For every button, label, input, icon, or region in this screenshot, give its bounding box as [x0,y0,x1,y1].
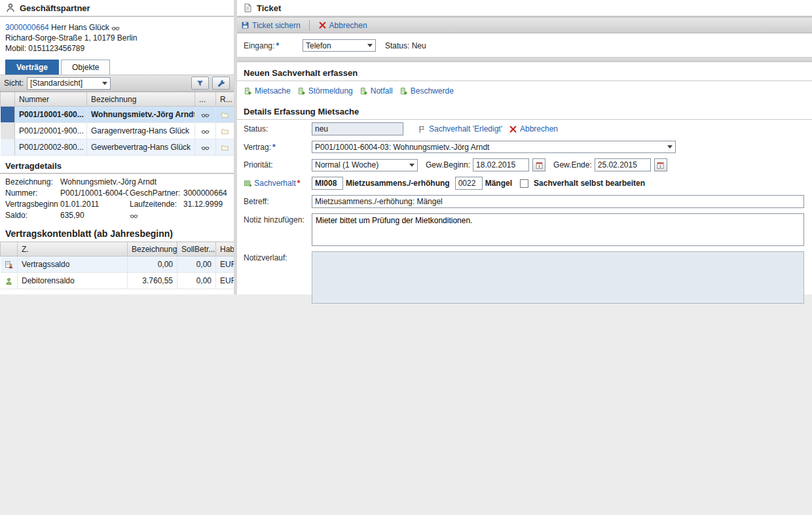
new-sachverhalt-label-2: Notfall [371,86,393,96]
partner-panel-header: Geschäftspartner [0,0,234,17]
folder-icon[interactable] [221,127,229,135]
sachverhalt-label: Sachverhalt* [244,179,309,188]
document-icon [242,3,253,13]
glasses-icon[interactable] [201,143,210,152]
vertrag-label: Vertrag:* [244,143,309,152]
gewbeginn-field[interactable] [473,158,529,171]
nummer-label: Nummer: [5,188,59,198]
status-field[interactable] [312,122,403,135]
glasses-icon[interactable] [201,127,210,135]
konten-column-header-3[interactable]: HabenB... [216,242,234,257]
vertrag-row: Vertrag:* P001/10001-6004-03: Wohnungsmi… [237,138,812,156]
contract-row[interactable]: P001/20001-900...Garagenvertrag-Hans Glü… [1,123,234,139]
gewende-calendar-button[interactable]: 1 [654,158,667,171]
calendar-icon: 1 [656,161,665,169]
vertrag-select[interactable]: P001/10001-6004-03: Wohnungsmietv.-Jörg … [312,141,676,153]
contracts-header-row: NummerBezeichnung...R... [1,92,234,107]
ticket-status-text: Status: Neu [385,41,426,50]
contracts-view-select[interactable]: [Standardsicht] [27,77,111,90]
save-icon [241,21,249,29]
glasses-icon[interactable] [111,24,120,32]
konten-haben: 0,00 [177,273,216,289]
notiz-row: Notiz hinzufügen: Mieter bittet um Prüfu… [237,211,812,249]
partner-address: Richard-Sorge-Straße 1, 10179 Berlin [5,33,229,43]
new-sachverhalt-link-3[interactable]: Beschwerde [399,86,454,96]
abbrechen-button[interactable]: Abbrechen [509,124,558,133]
eingang-value: Telefon [306,41,331,50]
row-selector[interactable] [1,123,15,139]
glasses-icon[interactable] [130,211,138,220]
tab-objekte[interactable]: Objekte [61,60,110,75]
folder-icon[interactable] [221,143,229,152]
sachverhalt-code2-text: Mängel [485,179,512,188]
new-sachverhalt-link-1[interactable]: Störmeldung [297,86,353,96]
notizverlauf-row: Notizverlauf: [237,249,812,306]
contracts-column-header-2[interactable]: ... [195,92,216,107]
nummer-value: P001/10001-6004-03 [60,188,128,198]
new-sachverhalt-link-0[interactable]: Mietsache [244,86,291,96]
selbst-bearbeiten-checkbox[interactable] [520,179,528,188]
konten-column-header-2[interactable]: SollBetr... [177,242,216,257]
sachverhalt-link[interactable]: Sachverhalt [254,179,295,188]
row-selector[interactable] [1,107,15,123]
sachverhalt-erledigt-button[interactable]: Sachverhalt 'Erledigt' [418,124,502,133]
konten-row: Debitorensaldo3.760,550,00EUR [1,273,234,289]
contract-folder-cell [216,139,234,156]
konten-soll: 0,00 [128,257,177,273]
new-sachverhalt-links: MietsacheStörmeldungNotfallBeschwerde [237,81,812,101]
gewbeginn-label: Gew.Beginn: [426,160,470,169]
partner-tabs: Verträge Objekte [0,58,234,75]
status-row: Status: Sachverhalt 'Erledigt' Abbrechen [237,120,812,138]
close-icon [318,21,327,29]
notiz-label: Notiz hinzufügen: [244,213,309,224]
contracts-column-header-3[interactable]: R... [216,92,234,107]
save-ticket-button[interactable]: Ticket sichern [241,21,301,30]
ticket-title: Ticket [257,3,281,13]
contract-folder-cell [216,107,234,123]
notizverlauf-field [312,251,804,304]
new-sachverhalt-link-2[interactable]: Notfall [360,86,393,96]
partner-id-link[interactable]: 3000000664 [5,23,49,32]
business-partner-panel: Geschäftspartner 3000000664 Herr Hans Gl… [0,0,234,294]
glasses-icon[interactable] [201,111,210,119]
gewbeginn-calendar-button[interactable]: 1 [532,158,545,171]
folder-icon[interactable] [221,111,229,119]
cancel-ticket-label: Abbrechen [329,21,367,30]
contract-bezeichnung: Garagenvertrag-Hans Glück [87,123,195,139]
betreff-field[interactable] [312,195,804,208]
toolbar-separator [309,20,310,31]
beginn-label: Vertragsbeginn: [5,200,59,209]
konten-row: Vertragssaldo0,000,00EUR [1,257,234,273]
new-sachverhalt-title: Neuen Sachverhalt erfassen [237,62,812,81]
konten-icon-cell [1,273,18,289]
close-icon [509,125,517,133]
konten-column-header-1[interactable]: Bezeichnung [128,242,177,257]
laufzeit-value: 31.12.9999 [183,200,229,209]
sachverhalt-code1-field[interactable] [312,177,343,190]
konten-soll: 3.760,55 [128,273,177,289]
notiz-field[interactable]: Mieter bittet um Prüfung der Mietkonditi… [312,213,804,246]
contract-row[interactable]: P001/20002-800...Gewerbevertrag-Hans Glü… [1,139,234,156]
contract-row[interactable]: P001/10001-600...Wohnungsmietv.-Jörg Arn… [1,107,234,123]
contract-details-title: Vertragdetails [0,156,234,174]
konten-column-header-0[interactable]: Z. [18,242,128,257]
contracts-column-header-1[interactable]: Bezeichnung [87,92,195,107]
cancel-ticket-button[interactable]: Abbrechen [318,21,367,30]
konten-icon-cell [1,257,18,273]
contracts-column-header-0[interactable]: Nummer [15,92,87,107]
sachverhalt-code2-field[interactable] [455,177,483,190]
gewende-field[interactable] [595,158,651,171]
konten-table: Z.BezeichnungSollBetr...HabenB...W. Vert… [0,241,234,289]
konten-bezeichnung: Debitorensaldo [18,273,128,289]
ticket-panel: Ticket Ticket sichern Abbrechen Eingang:… [237,0,812,294]
row-selector[interactable] [1,139,15,156]
contract-bezeichnung: Wohnungsmietv.-Jörg Arndt [87,107,195,123]
chevron-down-icon [367,44,373,47]
eingang-select[interactable]: Telefon [303,39,376,52]
tab-vertraege[interactable]: Verträge [5,60,59,75]
settings-button[interactable] [212,77,230,90]
contracts-table: NummerBezeichnung...R... P001/10001-600.… [0,92,234,156]
prioritaet-select[interactable]: Normal (1 Woche) [312,159,418,171]
filter-button[interactable] [191,77,209,90]
contract-nummer: P001/20002-800... [15,139,87,156]
